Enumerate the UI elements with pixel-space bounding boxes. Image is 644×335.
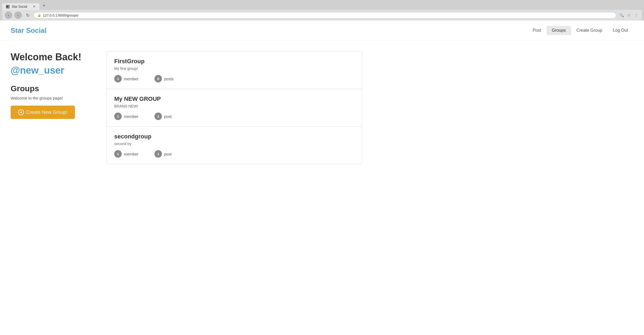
site-nav: Post Groups Create Group Log Out: [527, 26, 633, 35]
site-logo[interactable]: Star Social: [11, 26, 527, 35]
back-button[interactable]: ‹: [5, 11, 12, 19]
group-post-stat: 1 post: [154, 113, 172, 120]
tab-close-button[interactable]: ✕: [33, 5, 36, 9]
groups-subtext: Welcome to the groups page!: [11, 96, 96, 100]
group-stats: 1 member 0 posts: [114, 75, 354, 82]
plus-circle-icon: +: [18, 109, 24, 115]
post-label: posts: [164, 77, 174, 81]
browser-tabs: ★ Star Social ✕ +: [2, 2, 642, 10]
address-bar[interactable]: 🔒 127.0.0.1:8000/groups/: [34, 12, 616, 19]
member-count-badge: 1: [114, 113, 122, 120]
forward-button[interactable]: ›: [14, 11, 22, 19]
browser-toolbar: ‹ › ↻ 🔒 127.0.0.1:8000/groups/ 🔍 ☆ ⋮: [2, 10, 642, 21]
member-count-badge: 1: [114, 150, 122, 158]
group-member-stat: 1 member: [114, 150, 138, 158]
post-count-badge: 1: [154, 150, 162, 158]
new-tab-button[interactable]: +: [40, 2, 48, 10]
nav-post[interactable]: Post: [527, 26, 547, 35]
group-name: My NEW GROUP: [114, 95, 354, 102]
member-label: member: [124, 77, 138, 81]
menu-icon[interactable]: ⋮: [633, 12, 639, 18]
group-item[interactable]: My NEW GROUP BRAND NEW! 1 member 1 post: [107, 89, 362, 127]
main-content: Welcome Back! @new_user Groups Welcome t…: [0, 41, 373, 175]
lock-icon: 🔒: [38, 14, 41, 17]
browser-tab-active[interactable]: ★ Star Social ✕: [2, 3, 39, 10]
browser-chrome: ★ Star Social ✕ + ‹ › ↻ 🔒 127.0.0.1:8000…: [0, 0, 644, 21]
group-name: secondgroup: [114, 133, 354, 140]
tab-favicon: ★: [6, 5, 10, 9]
group-name: FirstGroup: [114, 58, 354, 65]
group-stats: 1 member 1 post: [114, 150, 354, 158]
left-sidebar: Welcome Back! @new_user Groups Welcome t…: [11, 51, 96, 164]
group-member-stat: 1 member: [114, 113, 138, 120]
group-description: My first group!: [114, 66, 354, 71]
group-post-stat: 0 posts: [154, 75, 174, 82]
member-label: member: [124, 152, 138, 156]
post-count-badge: 0: [154, 75, 162, 82]
welcome-text: Welcome Back!: [11, 51, 96, 63]
group-item[interactable]: secondgroup second try 1 member 1 post: [107, 127, 362, 164]
star-icon[interactable]: ☆: [626, 12, 632, 18]
nav-create-group[interactable]: Create Group: [571, 26, 608, 35]
groups-heading: Groups: [11, 84, 96, 93]
group-description: second try: [114, 142, 354, 146]
refresh-button[interactable]: ↻: [24, 11, 31, 19]
nav-groups[interactable]: Groups: [547, 26, 571, 35]
post-count-badge: 1: [154, 113, 162, 120]
group-description: BRAND NEW!: [114, 104, 354, 108]
toolbar-icons: 🔍 ☆ ⋮: [618, 12, 639, 18]
page-wrapper: Star Social Post Groups Create Group Log…: [0, 21, 644, 335]
username-text: @new_user: [11, 65, 96, 76]
group-member-stat: 1 member: [114, 75, 138, 82]
group-item[interactable]: FirstGroup My first group! 1 member 0 po…: [107, 51, 362, 89]
create-new-group-button[interactable]: + Create New Group!: [11, 106, 75, 119]
address-bar-text: 127.0.0.1:8000/groups/: [43, 13, 79, 17]
member-label: member: [124, 114, 138, 119]
group-stats: 1 member 1 post: [114, 113, 354, 120]
groups-list: FirstGroup My first group! 1 member 0 po…: [107, 51, 362, 164]
search-icon[interactable]: 🔍: [618, 12, 624, 18]
create-btn-label: Create New Group!: [26, 110, 67, 115]
site-header: Star Social Post Groups Create Group Log…: [0, 21, 644, 41]
nav-logout[interactable]: Log Out: [608, 26, 633, 35]
post-label: post: [164, 114, 172, 119]
member-count-badge: 1: [114, 75, 122, 82]
group-post-stat: 1 post: [154, 150, 172, 158]
post-label: post: [164, 152, 172, 156]
tab-title: Star Social: [12, 5, 27, 9]
